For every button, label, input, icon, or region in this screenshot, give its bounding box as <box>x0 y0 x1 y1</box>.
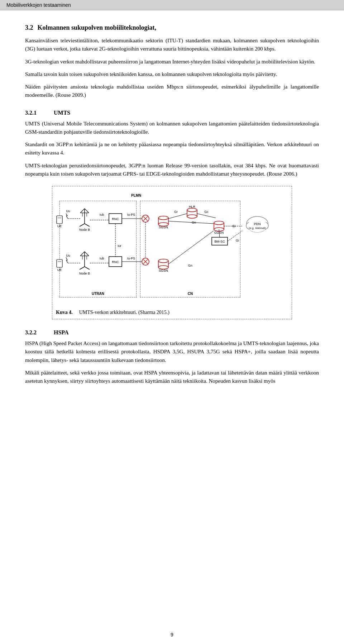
svg-line-12 <box>85 224 90 226</box>
svg-text:Iu-PS: Iu-PS <box>127 257 135 260</box>
svg-text:HLR: HLR <box>189 205 196 209</box>
svg-line-40 <box>168 221 214 224</box>
svg-point-33 <box>187 215 197 218</box>
subsection-321-row: 3.2.1 UMTS <box>25 110 319 116</box>
svg-rect-60 <box>57 259 62 267</box>
section-32-para-2: 3G-teknologian verkot mahdollistavat puh… <box>25 58 319 66</box>
svg-line-7 <box>85 209 89 213</box>
svg-point-52 <box>247 219 267 232</box>
section-32-heading: 3.2 Kolmannen sukupolven mobiiliteknolog… <box>25 24 319 32</box>
svg-line-66 <box>80 252 85 256</box>
subsection-322-title: HSPA <box>54 329 68 336</box>
svg-line-6 <box>80 209 85 213</box>
svg-text:Uu: Uu <box>66 209 70 213</box>
svg-text:Iu-PS: Iu-PS <box>127 213 135 216</box>
subsection-321-title: UMTS <box>54 110 70 116</box>
figure-4-container: PLMN UTRAN CN UE Uu <box>52 186 292 319</box>
svg-text:SGSN: SGSN <box>159 225 168 229</box>
svg-line-59 <box>228 231 242 241</box>
svg-text:Gn: Gn <box>188 264 192 267</box>
svg-line-71 <box>80 267 85 269</box>
svg-text:Node B: Node B <box>79 272 90 275</box>
subsection-321-number: 3.2.1 <box>25 110 54 116</box>
section-32-para-4: Näiden päivitysten ansiosta teknologia m… <box>25 83 319 100</box>
section-32-title: Kolmannen sukupolven mobiiliteknologiat, <box>38 24 157 32</box>
svg-text:Gc: Gc <box>204 210 209 214</box>
svg-line-89 <box>168 231 214 264</box>
svg-point-83 <box>158 259 168 263</box>
svg-text:Iub: Iub <box>100 213 104 216</box>
section-32-para-1: Kansainvälisen televiestintäliiton, tele… <box>25 37 319 53</box>
subsection-322-para-2: Mikäli päätelaitteet, sekä verkko jossa … <box>25 369 319 386</box>
subsection-321-para-1: UMTS (Universal Mobile Telecommunication… <box>25 120 319 137</box>
svg-point-25 <box>158 216 168 220</box>
subsection-321-para-3: UMTS-teknologian perustiedonsiirtonopeud… <box>25 162 319 178</box>
subsection-322-row: 3.2.2 HSPA <box>25 329 319 336</box>
svg-line-67 <box>85 252 89 256</box>
page-number: 9 <box>171 632 173 638</box>
section-32-para-3: Samalla tavoin kuin toisen sukupolven te… <box>25 70 319 78</box>
header-bar: Mobiiliverkkojen testaaminen <box>0 0 344 10</box>
figure-caption-text: UMTS-verkon arkkitehtuuri. (Sharma 2015.… <box>79 310 169 315</box>
subsection-321-para-2: Standardit on 3GPP:n kehittämiä ja ne on… <box>25 140 319 157</box>
svg-point-30 <box>187 208 197 212</box>
svg-line-72 <box>85 267 90 269</box>
page-container: Mobiiliverkkojen testaaminen 3.2 Kolmann… <box>0 0 344 644</box>
svg-text:Uu: Uu <box>66 254 70 257</box>
figure-4-inner: PLMN UTRAN CN UE Uu <box>56 191 288 306</box>
svg-text:Gi: Gi <box>236 239 239 242</box>
figure-caption-label: Kuva 4. <box>56 310 73 315</box>
svg-text:RNC: RNC <box>112 217 119 221</box>
subsection-322-para-1: HSPA (High Speed Packet Access) on langa… <box>25 339 319 364</box>
svg-text:BM-SC: BM-SC <box>215 240 225 243</box>
section-32-number: 3.2 <box>25 24 33 32</box>
main-content: 3.2 Kolmannen sukupolven mobiiliteknolog… <box>0 10 344 400</box>
svg-text:Iub: Iub <box>100 257 104 260</box>
svg-text:Iur: Iur <box>118 244 121 248</box>
svg-rect-0 <box>57 216 62 224</box>
svg-text:(e.g. Internet): (e.g. Internet) <box>249 226 266 230</box>
svg-text:Node B: Node B <box>79 228 90 232</box>
svg-text:RNC: RNC <box>112 260 119 264</box>
svg-line-11 <box>80 224 85 226</box>
header-title: Mobiiliverkkojen testaaminen <box>6 2 71 8</box>
svg-text:Gr: Gr <box>174 210 178 214</box>
svg-text:PDN: PDN <box>254 222 261 226</box>
svg-text:UE: UE <box>57 268 62 272</box>
network-diagram-svg: UE Uu Node B <box>56 191 289 302</box>
svg-line-36 <box>168 214 187 219</box>
subsection-322-number: 3.2.2 <box>25 329 54 336</box>
figure-caption: Kuva 4. UMTS-verkon arkkitehtuuri. (Shar… <box>56 310 288 315</box>
svg-line-38 <box>197 214 216 218</box>
svg-point-41 <box>214 221 224 225</box>
svg-text:UE: UE <box>57 224 62 228</box>
svg-text:SGSN: SGSN <box>159 269 168 272</box>
